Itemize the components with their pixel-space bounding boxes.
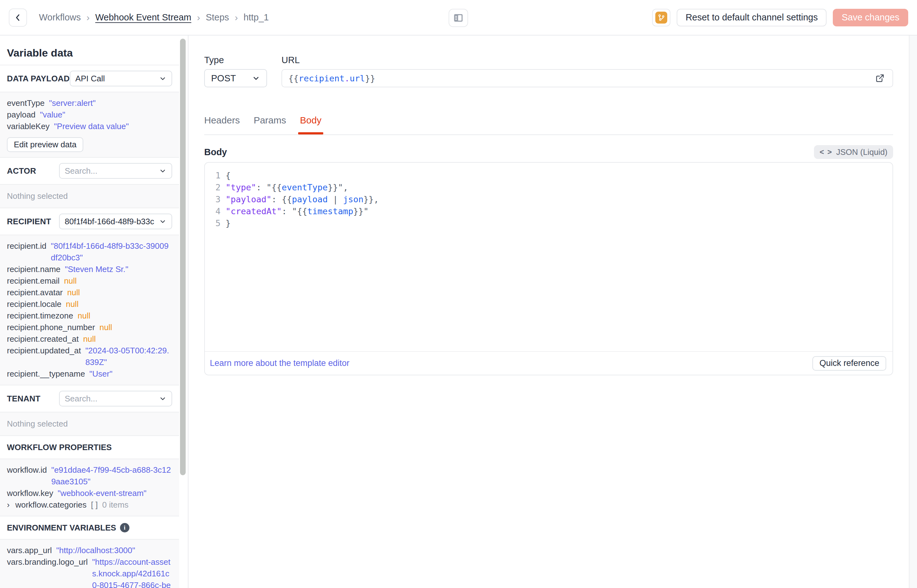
actor-empty-state: Nothing selected (0, 184, 179, 208)
property-value: "e91ddae4-7f99-45cb-a688-3c129aae3105" (51, 464, 172, 488)
chevron-down-icon (159, 75, 166, 82)
external-link-icon[interactable] (873, 72, 886, 84)
tenant-row: TENANT Search... (0, 385, 179, 412)
workflow-categories-expander[interactable]: › workflow.categories [ ] 0 items (7, 499, 172, 511)
code-editor[interactable]: 1 { 2 "type": "{{eventType}}", 3 "payloa… (205, 163, 893, 351)
property-key: workflow.categories (15, 499, 87, 511)
property-key: vars.app_url (7, 544, 52, 556)
line-number: 4 (212, 205, 221, 217)
workflow-properties-header: WORKFLOW PROPERTIES (0, 436, 179, 459)
http-method-select[interactable]: POST (204, 69, 267, 87)
tab-params[interactable]: Params (253, 115, 286, 134)
property-value: "2024-03-05T00:42:29.839Z" (86, 345, 172, 368)
breadcrumb-separator: › (86, 12, 90, 23)
property-value: null (77, 310, 172, 321)
top-bar: Workflows › Webhook Event Stream › Steps… (0, 0, 917, 36)
selected-value: API Call (75, 74, 159, 84)
tenant-select[interactable]: Search... (59, 391, 172, 407)
empty-array-bracket: [ ] (91, 499, 98, 511)
code-line: 5 } (212, 217, 885, 229)
code-line: 3 "payload": {{payload | json}}, (212, 194, 885, 205)
main-panel: Type POST URL {{recipient.url}} (189, 36, 917, 588)
tab-headers[interactable]: Headers (204, 115, 240, 134)
property-key: workflow.key (7, 488, 53, 499)
property-row: workflow.key"webhook-event-stream" (7, 488, 172, 499)
save-changes-button[interactable]: Save changes (833, 9, 908, 26)
top-actions: Reset to default channel settings Save c… (652, 9, 912, 26)
nothing-selected-text: Nothing selected (7, 419, 68, 429)
commit-changes-button[interactable] (652, 9, 670, 26)
info-icon[interactable]: i (120, 523, 129, 532)
main-scrollbar-gutter[interactable] (909, 36, 917, 588)
property-value: "User" (90, 368, 172, 380)
property-key: recipient.created_at (7, 333, 79, 345)
quick-reference-button[interactable]: Quick reference (812, 356, 886, 371)
property-value: "80f1f4bf-166d-48f9-b33c-39009df20bc3" (51, 240, 172, 263)
search-placeholder: Search... (65, 166, 159, 176)
chevron-left-icon (13, 13, 23, 22)
tab-body[interactable]: Body (300, 115, 321, 134)
property-value: "webhook-event-stream" (58, 488, 172, 499)
body-section-title: Body (204, 147, 227, 157)
property-key: recipient.id (7, 240, 47, 263)
property-key: vars.branding.logo_url (7, 556, 88, 588)
code-text: "type": "{{eventType}}", (226, 181, 348, 194)
recipient-row: RECIPIENT 80f1f4bf-166d-48f9-b33c (0, 208, 179, 235)
request-config-row: Type POST URL {{recipient.url}} (204, 55, 893, 87)
preview-data-block: eventType "server:alert" payload "value"… (0, 92, 179, 158)
sidebar-toggle-button[interactable] (449, 9, 468, 27)
chevron-down-icon (252, 74, 260, 82)
data-payload-row: DATA PAYLOAD API Call (0, 65, 179, 92)
sidebar-scrollbar-thumb[interactable] (180, 39, 186, 475)
line-number: 2 (212, 181, 221, 194)
environment-variables-label: ENVIRONMENT VARIABLES (7, 523, 116, 533)
url-input[interactable]: {{recipient.url}} (281, 69, 893, 87)
back-button[interactable] (9, 8, 27, 27)
url-value: {{recipient.url}} (288, 73, 873, 83)
sidebar-scroll-content: Variable data DATA PAYLOAD API Call even… (0, 36, 179, 588)
property-key: recipient.phone_number (7, 321, 95, 333)
edit-preview-data-button[interactable]: Edit preview data (7, 137, 83, 152)
breadcrumb-workflow-name[interactable]: Webhook Event Stream (95, 12, 191, 23)
property-row: recipient.timezonenull (7, 310, 172, 321)
editor-footer: Learn more about the template editor Qui… (205, 351, 893, 375)
selected-method: POST (211, 73, 236, 84)
code-line: 4 "createdAt": "{{timestamp}}" (212, 205, 885, 217)
code-text: } (226, 217, 231, 229)
content-area: Variable data DATA PAYLOAD API Call even… (0, 36, 917, 588)
property-row: recipient.localenull (7, 299, 172, 310)
line-number: 3 (212, 194, 221, 205)
property-key: payload (7, 109, 36, 121)
property-row: recipient.name"Steven Metz Sr." (7, 263, 172, 275)
property-value: "Preview data value" (54, 121, 172, 132)
template-editor-docs-link[interactable]: Learn more about the template editor (210, 359, 349, 368)
selected-value: 80f1f4bf-166d-48f9-b33c (65, 217, 159, 226)
data-payload-select[interactable]: API Call (70, 71, 172, 86)
breadcrumb-separator: › (197, 12, 200, 23)
reset-channel-settings-button[interactable]: Reset to default channel settings (676, 9, 827, 26)
line-number: 1 (212, 170, 221, 181)
property-row: eventType "server:alert" (7, 97, 172, 109)
breadcrumb-steps[interactable]: Steps (206, 12, 229, 23)
type-label: Type (204, 55, 267, 65)
request-tabs: Headers Params Body (204, 115, 893, 135)
property-value: "https://account-assets.knock.app/42d161… (92, 556, 172, 588)
property-row: recipient.__typename"User" (7, 368, 172, 380)
property-key: recipient.locale (7, 299, 61, 310)
actor-select[interactable]: Search... (59, 163, 172, 179)
property-row: recipient.phone_numbernull (7, 321, 172, 333)
property-row: recipient.emailnull (7, 275, 172, 287)
nothing-selected-text: Nothing selected (7, 191, 68, 201)
body-section-header: Body < > JSON (Liquid) (204, 145, 893, 159)
property-key: workflow.id (7, 464, 47, 488)
workflow-properties-label: WORKFLOW PROPERTIES (7, 443, 112, 452)
property-row: variableKey "Preview data value" (7, 121, 172, 132)
chevron-down-icon (159, 395, 166, 402)
property-value: null (83, 333, 172, 345)
tenant-label: TENANT (7, 394, 40, 404)
recipient-select[interactable]: 80f1f4bf-166d-48f9-b33c (59, 213, 172, 229)
git-branch-icon (655, 11, 667, 24)
body-editor-card: 1 { 2 "type": "{{eventType}}", 3 "payloa… (204, 162, 893, 375)
breadcrumb-workflows[interactable]: Workflows (39, 12, 81, 23)
property-value: "Steven Metz Sr." (65, 263, 172, 275)
